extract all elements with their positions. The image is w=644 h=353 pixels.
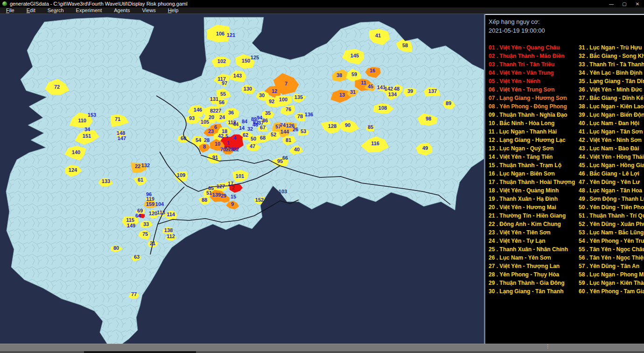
risk-entry-56: 56 . Tân Yên - Ngọc Thiện [579, 254, 644, 262]
map-label-47: 47 [250, 143, 255, 149]
map-label-56: 56 [219, 99, 224, 105]
risk-entry-58: 58 . Lục Ngạn - Phong Min [579, 270, 644, 279]
risk-entry-45: 45 . Lục Ngạn - Hồng Gian [579, 161, 644, 169]
map-label-146: 146 [194, 107, 202, 113]
map-label-34: 34 [84, 127, 91, 132]
map-label-53: 53 [301, 128, 306, 134]
map-label-49: 49 [422, 145, 428, 151]
map-label-104: 104 [155, 201, 164, 207]
map-label-12: 12 [272, 88, 277, 94]
map-label-60: 60 [181, 135, 186, 141]
map-label-125: 125 [251, 55, 259, 60]
map-label-139: 139 [212, 192, 221, 198]
map-svg: 7215311034151711481471401242213261133106… [0, 14, 484, 344]
map-label-51: 51 [206, 190, 212, 196]
map-label-22: 22 [135, 163, 140, 169]
map-label-16: 16 [370, 68, 375, 73]
risk-entry-36: 36 . Việt Yên - Minh Đức [579, 85, 644, 94]
menu-item-search[interactable]: Search [42, 7, 70, 14]
map-label-143: 143 [233, 73, 242, 78]
risk-panel: Xếp hạng nguy cơ: 2021-05-19 19:00:00 01… [485, 14, 644, 344]
map-label-153: 153 [88, 112, 96, 118]
map-label-130: 130 [244, 86, 252, 92]
map-label-50: 50 [251, 136, 256, 141]
map-label-76: 76 [286, 106, 291, 112]
risk-entry-42: 42 . Việt Yên - Ninh Sơn [579, 136, 644, 144]
map-label-32: 32 [247, 126, 253, 132]
risk-list-right: 31 . Lục Ngạn - Trù Hựu32 . Bắc Giang - … [579, 43, 644, 296]
map-label-135: 135 [294, 94, 303, 100]
risk-entry-38: 38 . Lục Ngạn - Kiên Lao [579, 102, 644, 111]
map-label-100: 100 [279, 97, 287, 102]
map-label-42: 42 [218, 133, 224, 139]
window-title: generateGISdata - C:\git\Wave3rd\Fourth … [10, 1, 605, 7]
map-label-77: 77 [131, 291, 137, 297]
menu-item-file[interactable]: File [0, 7, 21, 14]
menu-item-edit[interactable]: Edit [21, 7, 42, 14]
menu-item-help[interactable]: Help [162, 7, 185, 14]
scrollbar-track[interactable] [0, 351, 644, 353]
menu-item-views[interactable]: Views [136, 7, 161, 14]
map-label-10: 10 [215, 141, 220, 147]
map-label-147: 147 [118, 135, 126, 141]
menu-item-agents[interactable]: Agents [108, 7, 136, 14]
map-label-114: 114 [167, 212, 175, 217]
map-label-5: 5 [225, 133, 228, 139]
scrollbar-thumb[interactable] [84, 351, 196, 353]
map-label-40: 40 [294, 147, 300, 152]
map-label-14: 14 [239, 125, 245, 131]
map-label-64: 64 [135, 213, 141, 219]
maximize-button[interactable]: ▢ [618, 0, 631, 7]
map-label-113: 113 [157, 210, 165, 215]
map-label-133: 133 [102, 178, 110, 184]
map-label-33: 33 [143, 221, 149, 227]
map-label-44: 44 [233, 121, 239, 127]
risk-entry-37: 37 . Bắc Giang - Dĩnh Kế [579, 94, 644, 102]
map-label-6: 6 [214, 124, 217, 130]
map-label-144: 144 [280, 129, 289, 134]
menu-item-experiment[interactable]: Experiment [70, 7, 108, 14]
risk-timestamp: 2021-05-19 19:00:00 [489, 27, 545, 34]
map-label-22: 22 [233, 147, 239, 152]
map-label-29: 29 [221, 193, 226, 198]
map-label-115: 115 [126, 217, 134, 223]
map-label-46: 46 [252, 122, 258, 127]
map-label-145: 145 [350, 53, 359, 58]
map-label-82: 82 [210, 108, 216, 113]
menu-bar: FileEditSearchExperimentAgentsViewsHelp [0, 7, 644, 14]
map-label-27: 27 [216, 108, 221, 113]
map-label-92: 92 [269, 99, 274, 104]
map-label-85: 85 [368, 124, 373, 130]
risk-entry-32: 32 . Bắc Giang - Song Khê [579, 52, 644, 60]
map-label-35: 35 [265, 110, 271, 116]
risk-entry-35: 35 . Lạng Giang - Tân Dĩnh [579, 77, 644, 85]
map-label-88: 88 [202, 197, 207, 203]
map-label-150: 150 [242, 58, 250, 64]
status-bar: ⋮ [0, 344, 644, 353]
splitter-handle-icon[interactable]: ⋮ [545, 346, 551, 351]
map-label-98: 98 [426, 116, 431, 121]
risk-entry-52: 52 . Yên Dũng - Xuân Phú [579, 220, 644, 228]
map-label-90: 90 [345, 122, 350, 128]
map-label-31: 31 [350, 89, 356, 95]
map-label-52: 52 [271, 132, 276, 137]
map-label-101: 101 [236, 173, 244, 179]
close-button[interactable]: ✕ [631, 0, 644, 7]
map-label-66: 66 [282, 155, 288, 161]
risk-entry-40: 40 . Lục Nam - Đan Hội [579, 119, 644, 127]
map-label-75: 75 [142, 231, 148, 237]
minimize-button[interactable]: — [605, 0, 618, 7]
risk-entry-50: 50 . Yên Dũng - Tiền Phon [579, 203, 644, 212]
map-label-28: 28 [204, 137, 210, 143]
map-label-54: 54 [196, 137, 202, 143]
map-label-7: 7 [285, 81, 287, 86]
map-label-81: 81 [286, 137, 291, 143]
risk-entry-31: 31 . Lục Ngạn - Trù Hựu [579, 43, 644, 52]
risk-entry-55: 55 . Tân Yên - Ngọc Châu [579, 245, 644, 254]
map-label-108: 108 [378, 105, 387, 111]
map-label-102: 102 [217, 58, 226, 64]
map-label-103: 103 [279, 189, 287, 194]
map-view[interactable]: 7215311034151711481471401242213261133106… [0, 14, 484, 344]
map-label-11: 11 [361, 80, 366, 85]
risk-entry-47: 47 . Yên Dũng - Yên Lư [579, 178, 644, 186]
